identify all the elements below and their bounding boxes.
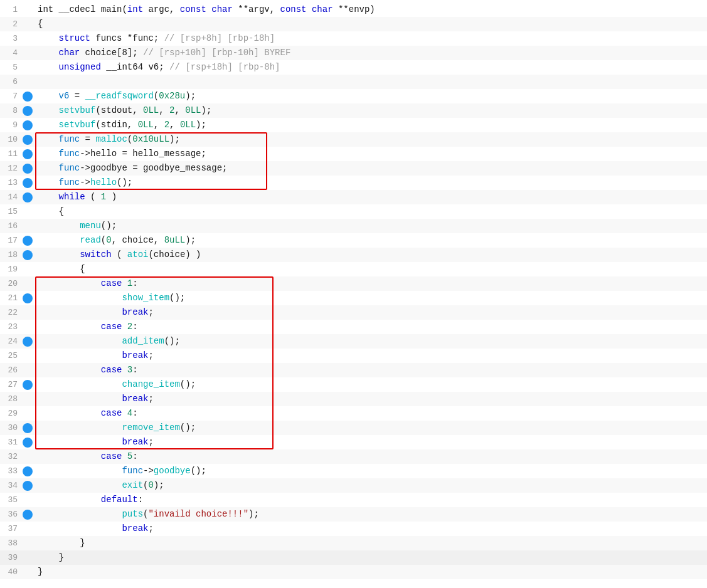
no-breakpoint (23, 524, 33, 534)
code-line: 3 struct funcs *func; // [rsp+8h] [rbp-1… (0, 31, 707, 46)
no-breakpoint (23, 265, 33, 275)
breakpoint-dot (23, 337, 33, 347)
no-breakpoint (23, 538, 33, 549)
code-text: add_item(); (35, 334, 707, 349)
code-text: v6 = __readfsqword(0x28u); (35, 89, 707, 103)
breakpoint-dot (23, 164, 33, 174)
code-line: 26 case 3: (0, 363, 707, 377)
code-text: case 1: (35, 276, 707, 291)
code-line: 8 setvbuf(stdout, 0LL, 2, 0LL); (0, 103, 707, 118)
line-number: 10 (0, 132, 23, 147)
code-line: 10 func = malloc(0x10uLL); (0, 132, 707, 147)
code-text: case 4: (35, 406, 707, 421)
breakpoint-dot (23, 236, 33, 246)
line-number: 3 (0, 31, 23, 46)
code-line: 13 func->hello(); (0, 176, 707, 190)
code-text: default: (35, 493, 707, 507)
code-text: case 5: (35, 449, 707, 464)
code-line: 21 show_item(); (0, 291, 707, 305)
no-breakpoint (23, 279, 33, 289)
line-number: 21 (0, 291, 23, 305)
code-text: char choice[8]; // [rsp+10h] [rbp-10h] B… (35, 46, 707, 60)
breakpoint-dot (23, 466, 33, 476)
code-text: break; (35, 392, 707, 406)
code-text: setvbuf(stdout, 0LL, 2, 0LL); (35, 103, 707, 118)
line-number: 14 (0, 190, 23, 204)
breakpoint-dot (23, 178, 33, 188)
breakpoint-dot (23, 192, 33, 202)
code-line: 33 func->goodbye(); (0, 464, 707, 478)
code-line: 9 setvbuf(stdin, 0LL, 2, 0LL); (0, 118, 707, 132)
code-text: { (35, 204, 707, 219)
code-text: case 3: (35, 363, 707, 377)
no-breakpoint (23, 351, 33, 361)
line-number: 40 (0, 565, 23, 579)
code-line: 32 case 5: (0, 449, 707, 464)
code-line: 7 v6 = __readfsqword(0x28u); (0, 89, 707, 103)
no-breakpoint (23, 365, 33, 375)
line-number: 11 (0, 147, 23, 161)
code-text: } (35, 536, 707, 550)
code-line: 34 exit(0); (0, 478, 707, 493)
no-breakpoint (23, 207, 33, 217)
breakpoint-dot (23, 92, 33, 102)
line-number: 33 (0, 464, 23, 478)
code-line: 24 add_item(); (0, 334, 707, 349)
code-line: 27 change_item(); (0, 377, 707, 392)
code-line: 39 } (0, 550, 707, 565)
breakpoint-dot (23, 135, 33, 145)
line-number: 18 (0, 248, 23, 262)
code-text: show_item(); (35, 291, 707, 305)
code-line: 35 default: (0, 493, 707, 507)
line-number: 8 (0, 103, 23, 118)
line-number: 37 (0, 522, 23, 536)
code-line: 1int __cdecl main(int argc, const char *… (0, 3, 707, 17)
code-line: 37 break; (0, 522, 707, 536)
code-text: read(0, choice, 8uLL); (35, 233, 707, 248)
code-line: 12 func->goodbye = goodbye_message; (0, 161, 707, 176)
code-line: 31 break; (0, 435, 707, 449)
code-line: 4 char choice[8]; // [rsp+10h] [rbp-10h]… (0, 46, 707, 60)
breakpoint-dot (23, 293, 33, 303)
no-breakpoint (23, 221, 33, 231)
breakpoint-dot (23, 149, 33, 159)
code-line: 22 break; (0, 305, 707, 320)
code-text: puts("invaild choice!!!"); (35, 507, 707, 522)
code-text: int __cdecl main(int argc, const char **… (35, 3, 707, 17)
no-breakpoint (23, 48, 33, 58)
code-text: setvbuf(stdin, 0LL, 2, 0LL); (35, 118, 707, 132)
line-number: 28 (0, 392, 23, 406)
breakpoint-dot (23, 120, 33, 130)
no-breakpoint (23, 322, 33, 332)
line-number: 12 (0, 161, 23, 176)
breakpoint-dot (23, 250, 33, 260)
code-text: func->goodbye = goodbye_message; (35, 161, 707, 176)
code-text: break; (35, 305, 707, 320)
line-number: 9 (0, 118, 23, 132)
line-number: 29 (0, 406, 23, 421)
code-text: break; (35, 435, 707, 449)
code-text: func->hello = hello_message; (35, 147, 707, 161)
line-number: 1 (0, 3, 23, 17)
code-line: 17 read(0, choice, 8uLL); (0, 233, 707, 248)
no-breakpoint (23, 394, 33, 404)
no-breakpoint (23, 34, 33, 44)
line-number: 17 (0, 233, 23, 248)
line-number: 34 (0, 478, 23, 493)
line-number: 22 (0, 305, 23, 320)
breakpoint-dot (23, 106, 33, 116)
code-container: 1int __cdecl main(int argc, const char *… (0, 0, 707, 588)
code-line: 16 menu(); (0, 219, 707, 233)
code-text: func->goodbye(); (35, 464, 707, 478)
no-breakpoint (23, 19, 33, 29)
line-number: 39 (0, 550, 23, 565)
breakpoint-dot (23, 423, 33, 433)
breakpoint-dot (23, 481, 33, 491)
no-breakpoint (23, 495, 33, 505)
code-line: 5 unsigned __int64 v6; // [rsp+18h] [rbp… (0, 60, 707, 75)
code-line: 40} (0, 565, 707, 579)
code-line: 28 break; (0, 392, 707, 406)
code-text: remove_item(); (35, 421, 707, 435)
code-line: 29 case 4: (0, 406, 707, 421)
line-number: 2 (0, 17, 23, 31)
